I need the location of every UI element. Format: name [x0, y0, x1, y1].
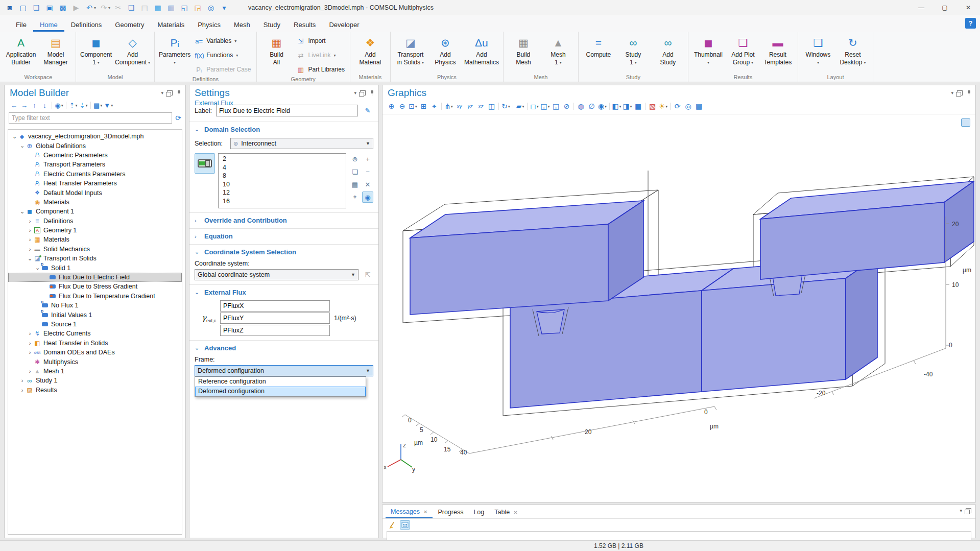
highlight-selection-icon[interactable]: ◉ [362, 191, 373, 203]
tree-item-heat-transfer-in-solids[interactable]: ›Heat Transfer in Solids [8, 339, 182, 348]
save-icon[interactable]: ▣ [43, 2, 56, 13]
transparency-icon[interactable]: ◍ [576, 101, 586, 112]
component-1-caret[interactable]: ▾ [98, 59, 100, 66]
new-file-icon[interactable]: ▢ [16, 2, 30, 13]
hide-selected-icon[interactable]: ∅ [587, 101, 596, 112]
panel-menu-icon[interactable]: ▾ [951, 90, 953, 95]
expander-icon[interactable]: › [27, 236, 33, 243]
close-tab-icon[interactable]: ✕ [513, 510, 517, 515]
coordinate-system-combobox[interactable]: Global coordinate system ▼ [195, 269, 358, 280]
variables-caret[interactable]: ▾ [234, 39, 236, 43]
minimize-icon[interactable]: — [910, 0, 933, 15]
plot-context-icon[interactable] [961, 118, 970, 127]
create-selection-icon[interactable]: ⊚ [349, 153, 361, 164]
open-file-icon[interactable]: ❏ [30, 2, 43, 13]
selection-combobox[interactable]: ⊚ Interconnect ▼ [230, 138, 373, 149]
print-icon[interactable]: ▤ [694, 101, 704, 112]
zoom-to-selection-icon[interactable]: ⌖ [349, 191, 361, 203]
tree-item-no-flux-1[interactable]: No Flux 1 [8, 301, 182, 310]
thumbnail-button[interactable]: ◼Thumbnail▾ [691, 33, 726, 67]
panel-menu-icon[interactable]: ▾ [161, 90, 163, 95]
scene-light-icon[interactable]: ☀▾ [658, 101, 668, 112]
menu-mesh[interactable]: Mesh [227, 18, 257, 32]
tree-item-geometry-1[interactable]: ›Geometry 1 [8, 226, 182, 235]
tree-item-transport-parameters[interactable]: Transport Parameters [8, 160, 182, 169]
parameters-caret[interactable]: ▾ [174, 59, 176, 66]
menu-materials[interactable]: Materials [151, 18, 191, 32]
functions-button[interactable]: f(x)Functions▾ [192, 49, 253, 61]
tree-item-results[interactable]: ›Results [8, 386, 182, 395]
parameter-case-button[interactable]: PᵢParameter Case [192, 63, 253, 76]
zoom-box-icon[interactable]: ⊡▾ [408, 101, 418, 112]
tab-progress[interactable]: Progress [433, 506, 468, 518]
tree-item-default-model-inputs[interactable]: Default Model Inputs [8, 188, 182, 197]
tree-filter-input[interactable] [9, 112, 172, 124]
back-icon[interactable]: ← [10, 101, 18, 110]
livelink-caret[interactable]: ▾ [334, 53, 336, 58]
tree-item-source-1[interactable]: Source 1 [8, 320, 182, 329]
go-to-default-view-icon[interactable]: ⋔▾ [444, 101, 453, 112]
copy-selection-icon[interactable]: ❏ [349, 166, 361, 177]
tree-item-vacancy-electromigration-3dmodel-mph[interactable]: ⌄vacancy_electromigration_3Dmodel.mph [8, 132, 182, 141]
tree-item-domain-odes-and-daes[interactable]: ›Domain ODEs and DAEs [8, 348, 182, 357]
orthographic-projection-icon[interactable]: ◫ [487, 101, 496, 112]
collapse-all-icon[interactable]: ⇡▾ [69, 101, 78, 110]
panel-menu-icon[interactable]: ▾ [354, 90, 356, 95]
show-icon[interactable]: ◉▾ [55, 101, 63, 110]
forward-icon[interactable]: → [20, 101, 29, 110]
study-1-caret[interactable]: ▾ [635, 59, 637, 66]
expander-icon[interactable]: ⌄ [27, 255, 33, 262]
paste-selection-icon[interactable]: ▤ [349, 179, 361, 190]
deselect-icon[interactable]: ✕ [362, 179, 373, 190]
expand-all-icon[interactable]: ⇣▾ [79, 101, 88, 110]
flux-field-y[interactable] [220, 313, 330, 324]
pin-panel-icon[interactable] [369, 90, 374, 97]
component-1-button[interactable]: ◼Component1▾ [79, 33, 113, 67]
view-yz-icon[interactable]: yz [465, 101, 475, 112]
tree-item-global-definitions[interactable]: ⌄Global Definitions [8, 141, 182, 150]
select-adjacent-icon[interactable]: ◱ [551, 101, 561, 112]
expander-icon[interactable]: ⌄ [19, 208, 26, 215]
livelink-button[interactable]: ⇄LiveLink▾ [294, 49, 347, 61]
filter-caret[interactable]: ▾ [111, 103, 113, 108]
domain-selection-header[interactable]: ⌄ Domain Selection [195, 126, 373, 133]
build-all-button[interactable]: ▦BuildAll [259, 33, 294, 67]
expander-icon[interactable]: › [19, 387, 26, 393]
add-study-button[interactable]: ∞AddStudy [651, 33, 685, 67]
external-flux-header[interactable]: ⌄ External Flux [195, 289, 373, 296]
equation-header[interactable]: › Equation [195, 232, 373, 240]
transport-in-solids-caret[interactable]: ▾ [422, 59, 424, 66]
image-snapshot-icon[interactable]: ◎ [683, 101, 693, 112]
zoom-box-caret[interactable]: ▾ [415, 104, 417, 109]
split-view-caret[interactable]: ▾ [619, 104, 622, 109]
float-panel-icon[interactable] [957, 90, 963, 95]
result-templates-button[interactable]: ▬ResultTemplates [760, 33, 795, 67]
build-mesh-button[interactable]: ▦BuildMesh [506, 33, 541, 67]
refresh-icon[interactable]: ⟳ [175, 114, 181, 122]
frame-combobox[interactable]: Deformed configuration ▼ [195, 365, 373, 376]
redo-caret[interactable]: ▾ [108, 6, 110, 10]
tree-item-multiphysics[interactable]: Multiphysics [8, 357, 182, 366]
flux-field-z[interactable] [220, 325, 330, 336]
tree-item-component-1[interactable]: ⌄Component 1 [8, 207, 182, 216]
toolbar-overflow-icon[interactable]: ▾ [218, 2, 231, 13]
plot-in-new-window-icon[interactable]: ◨▾ [623, 101, 632, 112]
maximize-icon[interactable]: ▢ [933, 0, 957, 15]
windows-button[interactable]: ❏Windows▾ [801, 33, 835, 67]
tab-table[interactable]: Table✕ [489, 506, 522, 518]
expander-icon[interactable]: ⌄ [34, 265, 41, 271]
view-xz-icon[interactable]: xz [476, 101, 486, 112]
remove-from-selection-icon[interactable]: − [362, 166, 373, 177]
tree-item-electric-currents[interactable]: ›Electric Currents [8, 329, 182, 338]
view-xy-icon[interactable]: xy [455, 101, 464, 112]
frame-option-reference-configuration[interactable]: Reference configuration [195, 377, 366, 387]
menu-study[interactable]: Study [257, 18, 287, 32]
copy-icon[interactable]: ❏ [125, 2, 138, 13]
split-view-icon[interactable]: ◧▾ [612, 101, 622, 112]
expander-icon[interactable]: › [27, 227, 33, 233]
study-1-button[interactable]: ∞Study1▾ [616, 33, 651, 67]
label-input[interactable] [216, 105, 358, 116]
add-material-button[interactable]: ❖AddMaterial [353, 33, 388, 67]
zoom-out-icon[interactable]: ⊖ [397, 101, 407, 112]
domain-value-4[interactable]: 4 [219, 163, 346, 172]
